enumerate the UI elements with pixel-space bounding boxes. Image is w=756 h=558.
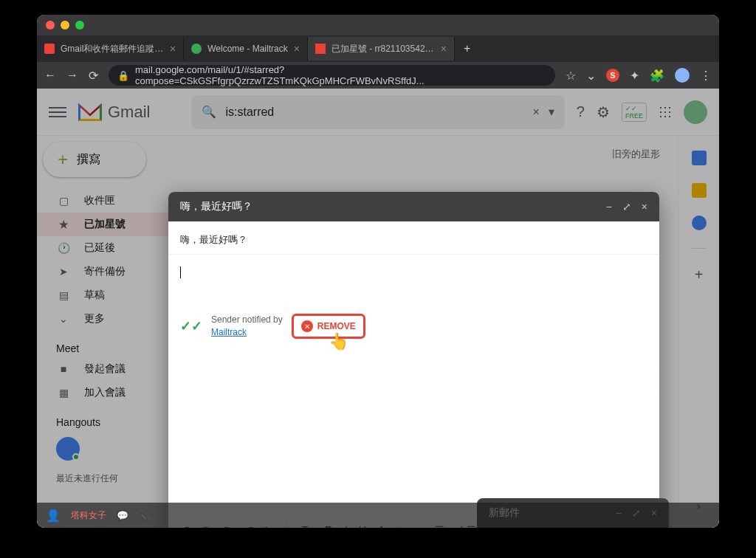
star-icon[interactable]: ☆: [566, 69, 576, 83]
favicon: [44, 44, 55, 54]
close-window[interactable]: [46, 21, 55, 30]
compose-title: 嗨，最近好嗎？: [180, 200, 252, 213]
favicon: [191, 44, 202, 54]
expand-icon[interactable]: ⤢: [622, 201, 631, 213]
lock-icon: 🔒: [117, 70, 129, 81]
url-input[interactable]: 🔒 mail.google.com/mail/u/1/#starred?comp…: [109, 65, 555, 86]
footer-brand: 塔科女子: [71, 509, 106, 522]
compose-body[interactable]: ✓✓ Sender notified by Mailtrack ✕ REMOVE…: [168, 255, 659, 515]
tab-title: Gmail和收件箱郵件追蹤：電子郵: [61, 43, 164, 55]
remove-x-icon: ✕: [301, 320, 313, 332]
maximize-window[interactable]: [75, 21, 84, 30]
compose-window: 嗨，最近好嗎？ − ⤢ × 嗨，最近好嗎？ ✓✓ Sender notified…: [168, 192, 659, 528]
remove-button[interactable]: ✕ REMOVE 👆: [292, 314, 365, 339]
back-button[interactable]: ←: [44, 69, 56, 82]
url-text: mail.google.com/mail/u/1/#starred?compos…: [135, 64, 546, 86]
close-icon[interactable]: ×: [642, 201, 647, 213]
hangouts-icon[interactable]: 💬: [117, 510, 128, 521]
close-tab-icon[interactable]: ×: [441, 43, 447, 55]
tab-title: 已加星號 - rr821103542@gmail: [331, 43, 435, 55]
tab-title: Welcome - Mailtrack: [207, 44, 287, 54]
browser-tab[interactable]: Gmail和收件箱郵件追蹤：電子郵 ×: [37, 37, 184, 61]
close-tab-icon[interactable]: ×: [294, 43, 300, 55]
extension-icon[interactable]: S: [606, 69, 619, 82]
pocket-icon[interactable]: ⌄: [586, 69, 596, 83]
address-bar: ← → ⟳ 🔒 mail.google.com/mail/u/1/#starre…: [37, 62, 719, 89]
browser-tab-active[interactable]: 已加星號 - rr821103542@gmail ×: [308, 37, 455, 61]
tab-strip: Gmail和收件箱郵件追蹤：電子郵 × Welcome - Mailtrack …: [37, 35, 719, 62]
puzzle-icon[interactable]: 🧩: [650, 69, 664, 83]
notified-text: Sender notified by: [211, 314, 283, 325]
double-check-icon: ✓✓: [180, 318, 202, 334]
titlebar: [37, 15, 719, 35]
forward-button[interactable]: →: [66, 69, 78, 82]
mailtrack-signature: ✓✓ Sender notified by Mailtrack ✕ REMOVE…: [180, 314, 365, 339]
compose-header[interactable]: 嗨，最近好嗎？ − ⤢ ×: [168, 192, 659, 221]
text-cursor: [180, 266, 181, 278]
new-tab-button[interactable]: +: [455, 42, 479, 55]
menu-icon[interactable]: ⋮: [700, 69, 712, 83]
close-tab-icon[interactable]: ×: [170, 43, 176, 55]
extensions-icon[interactable]: ✦: [630, 69, 639, 83]
browser-window: Gmail和收件箱郵件追蹤：電子郵 × Welcome - Mailtrack …: [37, 15, 719, 528]
reload-button[interactable]: ⟳: [89, 69, 98, 83]
remove-label: REMOVE: [317, 321, 356, 331]
gmail-app: Gmail 🔍 is:starred × ▾ ? ⚙ ✓✓FREE + 撰寫: [37, 89, 719, 528]
favicon: [315, 44, 326, 54]
profile-avatar[interactable]: [675, 68, 690, 83]
browser-tab[interactable]: Welcome - Mailtrack ×: [184, 37, 308, 61]
minimize-icon[interactable]: −: [606, 201, 612, 213]
mailtrack-link[interactable]: Mailtrack: [211, 327, 247, 337]
minimize-window[interactable]: [61, 21, 69, 30]
subject-field[interactable]: 嗨，最近好嗎？: [168, 221, 659, 255]
hand-cursor-icon: 👆: [329, 332, 348, 351]
signature-text: Sender notified by Mailtrack: [211, 314, 283, 339]
footer-bar: 👤 塔科女子 💬 📞: [37, 503, 719, 528]
phone-icon[interactable]: 📞: [139, 510, 151, 521]
